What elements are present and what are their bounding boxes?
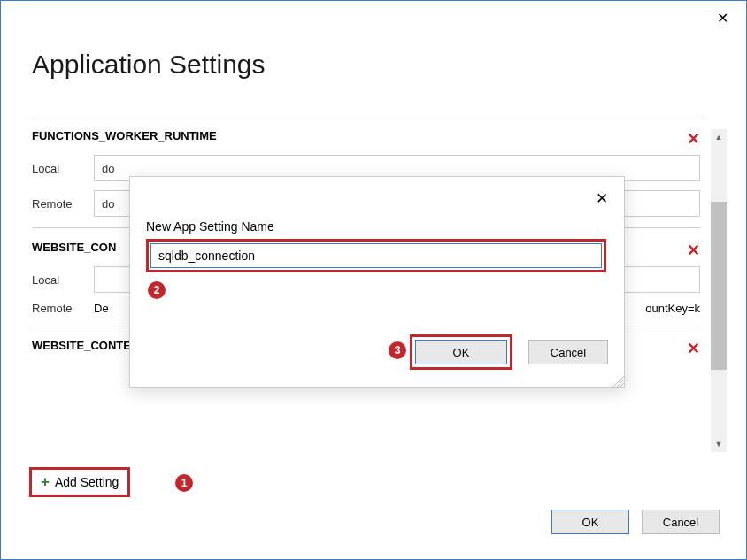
add-setting-label: Add Setting bbox=[55, 475, 119, 489]
resize-grip-icon[interactable] bbox=[612, 375, 624, 387]
callout-badge-2: 2 bbox=[148, 281, 166, 299]
callout-badge-3: 3 bbox=[389, 341, 406, 359]
close-icon[interactable]: ✕ bbox=[717, 10, 728, 27]
callout-badge-1: 1 bbox=[175, 474, 193, 492]
modal-ok-button[interactable]: OK bbox=[415, 340, 507, 364]
app-settings-window: ✕ Application Settings FUNCTIONS_WORKER_… bbox=[0, 0, 747, 560]
setting-name-label: FUNCTIONS_WORKER_RUNTIME bbox=[32, 129, 700, 142]
delete-setting-icon[interactable]: ✕ bbox=[687, 241, 700, 260]
local-label: Local bbox=[32, 162, 94, 175]
ok-button[interactable]: OK bbox=[551, 510, 629, 534]
scroll-down-arrow-icon[interactable]: ▼ bbox=[711, 436, 727, 452]
remote-label: Remote bbox=[32, 197, 94, 211]
scroll-track[interactable] bbox=[711, 145, 727, 436]
divider bbox=[32, 119, 705, 119]
page-title: Application Settings bbox=[32, 50, 266, 80]
close-icon[interactable]: ✕ bbox=[596, 189, 608, 208]
remote-value-prefix: De bbox=[94, 302, 112, 315]
modal-input-highlight bbox=[146, 239, 606, 272]
scroll-thumb[interactable] bbox=[711, 202, 727, 370]
scroll-up-arrow-icon[interactable]: ▲ bbox=[711, 129, 727, 145]
modal-button-row: OK Cancel bbox=[410, 334, 608, 370]
modal-ok-highlight: OK bbox=[410, 334, 512, 370]
local-label: Local bbox=[32, 273, 94, 287]
cancel-button[interactable]: Cancel bbox=[642, 510, 720, 534]
add-setting-button[interactable]: + Add Setting bbox=[41, 473, 119, 491]
modal-cancel-button[interactable]: Cancel bbox=[528, 340, 608, 364]
modal-title: New App Setting Name bbox=[146, 219, 274, 234]
new-setting-dialog: ✕ New App Setting Name OK Cancel bbox=[129, 176, 625, 388]
delete-setting-icon[interactable]: ✕ bbox=[687, 339, 700, 358]
delete-setting-icon[interactable]: ✕ bbox=[687, 129, 700, 149]
remote-value-suffix: ountKey=k bbox=[645, 302, 700, 315]
remote-label: Remote bbox=[32, 302, 94, 315]
plus-icon: + bbox=[41, 473, 50, 491]
setting-name-input[interactable] bbox=[150, 243, 602, 268]
add-setting-highlight: + Add Setting bbox=[29, 467, 130, 497]
vertical-scrollbar[interactable]: ▲ ▼ bbox=[711, 129, 727, 452]
dialog-footer: OK Cancel bbox=[551, 510, 720, 534]
